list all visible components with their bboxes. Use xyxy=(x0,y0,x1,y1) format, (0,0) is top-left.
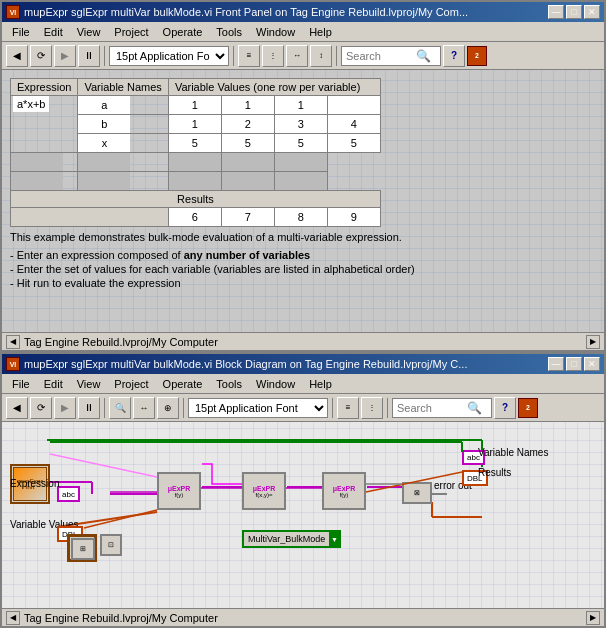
bd-menu-window[interactable]: Window xyxy=(250,376,301,392)
val-b-2[interactable] xyxy=(222,115,274,133)
description-text: This example demonstrates bulk-mode eval… xyxy=(10,231,596,289)
val-b-4[interactable] xyxy=(328,115,380,133)
val-a-2[interactable] xyxy=(222,96,274,114)
expression-ctrl-label: abc xyxy=(62,490,75,499)
block-diagram-window: VI mupExpr sglExpr multiVar bulkMode.vi … xyxy=(0,352,606,628)
bd-align-btn[interactable]: ≡ xyxy=(337,397,359,419)
bd-pause-button[interactable]: ⏸ xyxy=(78,397,100,419)
desc-line-2: - Enter an expression composed of any nu… xyxy=(10,249,596,261)
node1[interactable]: μExPR f(y) xyxy=(157,472,201,510)
bd-font-select[interactable]: 15pt Application Font xyxy=(188,398,328,418)
bd-search-input[interactable] xyxy=(397,402,467,414)
front-panel-content: Expression Variable Names Variable Value… xyxy=(2,70,604,332)
menu-tools[interactable]: Tools xyxy=(210,24,248,40)
bd-help-button[interactable]: ? xyxy=(494,397,516,419)
empty-val-1-2 xyxy=(169,153,221,171)
front-panel-menubar: File Edit View Project Operate Tools Win… xyxy=(2,22,604,42)
run-button[interactable]: ▶ xyxy=(54,45,76,67)
var-a[interactable] xyxy=(78,96,130,114)
bd-run-button[interactable]: ▶ xyxy=(54,397,76,419)
help-button[interactable]: ? xyxy=(443,45,465,67)
font-select[interactable]: 15pt Application Font xyxy=(109,46,229,66)
bd-search-icon: 🔍 xyxy=(467,401,482,415)
resize-button[interactable]: ↔ xyxy=(286,45,308,67)
fp-statusbar-text: Tag Engine Rebuild.lvproj/My Computer xyxy=(24,336,582,348)
col-expression: Expression xyxy=(11,79,78,96)
bd-forward-button[interactable]: ⟳ xyxy=(30,397,52,419)
desc-line-3: - Enter the set of values for each varia… xyxy=(10,263,596,275)
scroll-left-arrow[interactable]: ◀ xyxy=(6,335,20,349)
val-b-3[interactable] xyxy=(275,115,327,133)
error-node[interactable]: ⊠ xyxy=(402,482,432,504)
val-a-3[interactable] xyxy=(275,96,327,114)
enum-arrow[interactable]: ▼ xyxy=(329,532,339,546)
var-x[interactable] xyxy=(78,134,130,152)
bd-scroll-left[interactable]: ◀ xyxy=(6,611,20,625)
bd-dist-btn[interactable]: ⋮ xyxy=(361,397,383,419)
bd-tool3[interactable]: ⊕ xyxy=(157,397,179,419)
val-a-1[interactable] xyxy=(169,96,221,114)
val-a-4[interactable] xyxy=(328,96,380,114)
bd-menu-help[interactable]: Help xyxy=(303,376,338,392)
bd-minimize-button[interactable]: — xyxy=(548,357,564,371)
result-1 xyxy=(169,208,221,226)
bd-tool2[interactable]: ↔ xyxy=(133,397,155,419)
maximize-button[interactable]: □ xyxy=(566,5,582,19)
node2-sublabel: f(x,y)= xyxy=(256,492,273,498)
expression-terminal-label: Expression xyxy=(10,478,59,489)
menu-edit[interactable]: Edit xyxy=(38,24,69,40)
pause-button[interactable]: ⏸ xyxy=(78,45,100,67)
bd-close-button[interactable]: ✕ xyxy=(584,357,600,371)
bd-statusbar: ◀ Tag Engine Rebuild.lvproj/My Computer … xyxy=(2,608,604,626)
node3[interactable]: μExPR f(y) xyxy=(322,472,366,510)
bd-menu-view[interactable]: View xyxy=(71,376,107,392)
bd-menu-file[interactable]: File xyxy=(6,376,36,392)
var-b[interactable] xyxy=(78,115,130,133)
align-button[interactable]: ≡ xyxy=(238,45,260,67)
val-x-4[interactable] xyxy=(328,134,380,152)
bd-scroll-right[interactable]: ▶ xyxy=(586,611,600,625)
desc-line-1: This example demonstrates bulk-mode eval… xyxy=(10,231,596,243)
menu-view[interactable]: View xyxy=(71,24,107,40)
node2-label: μExPR xyxy=(253,485,276,492)
menu-operate[interactable]: Operate xyxy=(157,24,209,40)
node2[interactable]: μExPR f(x,y)= xyxy=(242,472,286,510)
bd-menu-operate[interactable]: Operate xyxy=(157,376,209,392)
node3-label: μExPR xyxy=(333,485,356,492)
menu-help[interactable]: Help xyxy=(303,24,338,40)
menu-file[interactable]: File xyxy=(6,24,36,40)
bd-menu-tools[interactable]: Tools xyxy=(210,376,248,392)
val-x-3[interactable] xyxy=(275,134,327,152)
val-x-1[interactable] xyxy=(169,134,221,152)
val-x-2[interactable] xyxy=(222,134,274,152)
minimize-button[interactable]: — xyxy=(548,5,564,19)
bd-window-controls: — □ ✕ xyxy=(548,357,600,371)
expression-ctrl[interactable]: abc xyxy=(57,486,80,502)
bd-menu-project[interactable]: Project xyxy=(108,376,154,392)
cluster-box[interactable]: ⊞ xyxy=(67,534,97,562)
reorder-button[interactable]: ↕ xyxy=(310,45,332,67)
bd-menubar: File Edit View Project Operate Tools Win… xyxy=(2,374,604,394)
distribute-button[interactable]: ⋮ xyxy=(262,45,284,67)
back-button[interactable]: ◀ xyxy=(6,45,28,67)
bd-back-button[interactable]: ◀ xyxy=(6,397,28,419)
vi-indicator: 2 xyxy=(467,46,487,66)
node1-sublabel: f(y) xyxy=(175,492,184,498)
close-button[interactable]: ✕ xyxy=(584,5,600,19)
empty-val-1-1 xyxy=(78,153,130,171)
menu-window[interactable]: Window xyxy=(250,24,301,40)
forward-button[interactable]: ⟳ xyxy=(30,45,52,67)
desc-line-4: - Hit run to evaluate the expression xyxy=(10,277,596,289)
bd-maximize-button[interactable]: □ xyxy=(566,357,582,371)
multivar-enum[interactable]: MultiVar_BulkMode ▼ xyxy=(242,530,341,548)
menu-project[interactable]: Project xyxy=(108,24,154,40)
bd-menu-edit[interactable]: Edit xyxy=(38,376,69,392)
bd-sep3 xyxy=(332,398,333,418)
bd-tool1[interactable]: 🔍 xyxy=(109,397,131,419)
for-loop-icon[interactable]: ⊡ xyxy=(100,534,122,556)
search-input[interactable] xyxy=(346,50,416,62)
scroll-right-arrow[interactable]: ▶ xyxy=(586,335,600,349)
bd-app-icon: VI xyxy=(6,357,20,371)
val-b-1[interactable] xyxy=(169,115,221,133)
enum-value: MultiVar_BulkMode xyxy=(244,534,329,544)
